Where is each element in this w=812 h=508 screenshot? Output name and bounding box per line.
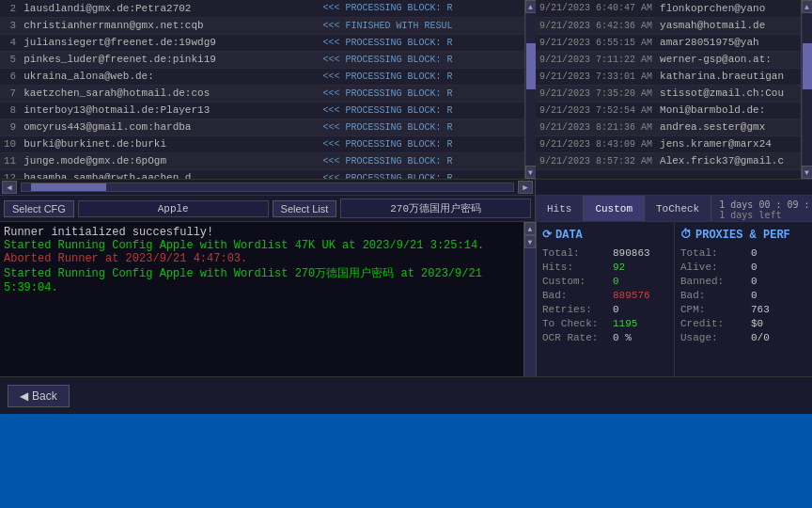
back-button[interactable]: ◀ Back (8, 385, 70, 407)
config-name-label: Apple (78, 200, 269, 217)
vscroll-thumb (526, 43, 536, 89)
row-status: <<< PROCESSING BLOCK: R (319, 85, 524, 102)
row-email: basamba.samba@rwth-aachen.d (20, 169, 319, 179)
right-data-area: ⟳ DATA Total: 890863 Hits: 92 Custom: 0 … (537, 222, 812, 376)
row-email2: Alex.frick37@gmail.c (656, 152, 801, 169)
table-row: 11 junge.mode@gmx.de:6pOgm <<< PROCESSIN… (0, 152, 524, 169)
table-row: 9/21/2023 8:21:36 AM andrea.sester@gmx (536, 119, 801, 135)
tab-tocheck[interactable]: ToCheck (645, 196, 711, 221)
proxies-panel: ⏱ PROXIES & PERF Total: 0 Alive: 0 Banne… (675, 222, 812, 376)
row-email2: katharina.braeutigan (656, 68, 801, 85)
left-hscroll[interactable]: ◀ ▶ (0, 180, 536, 195)
right-vscroll-track (803, 13, 812, 166)
proxies-row: Bad: 0 (680, 290, 806, 301)
log-line: Started Running Config Apple with Wordli… (4, 239, 520, 252)
controls-row: Select CFG Apple Select List 270万德国用户密码 … (0, 196, 812, 222)
row-id: 9 (0, 119, 20, 135)
proxies-row-label: Banned: (680, 276, 751, 287)
row-status: <<< PROCESSING BLOCK: R (319, 51, 524, 68)
table-row: 9/21/2023 7:35:20 AM stissot@zmail.ch:Co… (536, 85, 801, 102)
timer-line1: 1 days 00 : 09 : 10 (719, 199, 812, 210)
row-status: <<< PROCESSING BLOCK: R (319, 68, 524, 85)
timer-line2: 1 days left (719, 210, 812, 220)
row-status: <<< PROCESSING BLOCK: R (319, 0, 524, 17)
table-row: 9/21/2023 8:57:32 AM Alex.frick37@gmail.… (536, 152, 801, 169)
proxies-row-label: Alive: (680, 262, 751, 273)
row-date: 9/21/2023 7:52:54 AM (536, 102, 656, 119)
top-section: 2 lausdlandi@gmx.de:Petra2702 <<< PROCES… (0, 0, 812, 179)
data-row: Bad: 889576 (542, 290, 668, 301)
data-row: Hits: 92 (542, 262, 668, 273)
row-email: kaetzchen_sarah@hotmail.de:cos (20, 85, 319, 102)
right-data-table: 9/21/2023 6:40:47 AM flonkoprchen@yano 9… (536, 0, 801, 179)
right-vscroll-up[interactable]: ▲ (802, 0, 813, 13)
log-vscroll-down[interactable]: ▼ (524, 235, 536, 248)
log-vscroll-up[interactable]: ▲ (524, 222, 536, 235)
right-vscroll-down[interactable]: ▼ (802, 166, 813, 179)
row-email: juliansiegert@freenet.de:19wdg9 (20, 34, 319, 51)
table-row: 9/21/2023 7:11:22 AM werner-gsp@aon.at: (536, 51, 801, 68)
data-row-label: Custom: (542, 276, 613, 287)
proxies-row: Banned: 0 (680, 276, 806, 287)
row-email: lausdlandi@gmx.de:Petra2702 (20, 0, 319, 17)
hscroll-left-btn[interactable]: ◀ (2, 181, 17, 194)
row-email: interboy13@hotmail.de:Player13 (20, 102, 319, 119)
table-row (536, 169, 801, 179)
controls-left: Select CFG Apple Select List 270万德国用户密码 (0, 196, 536, 221)
row-email2: andrea.sester@gmx (656, 119, 801, 135)
right-vscroll[interactable]: ▲ ▼ (801, 0, 812, 179)
vscroll-track (526, 13, 536, 166)
row-date (536, 169, 656, 179)
proxies-row: Credit: $0 (680, 318, 806, 329)
row-status: <<< PROCESSING BLOCK: R (319, 34, 524, 51)
row-date: 9/21/2023 6:55:15 AM (536, 34, 656, 51)
row-status: <<< PROCESSING BLOCK: R (319, 135, 524, 152)
vscroll-down[interactable]: ▼ (525, 166, 537, 179)
table-row: 9/21/2023 6:40:47 AM flonkoprchen@yano (536, 0, 801, 17)
data-panel: ⟳ DATA Total: 890863 Hits: 92 Custom: 0 … (537, 222, 675, 376)
hscroll-right-btn[interactable]: ▶ (518, 181, 533, 194)
select-cfg-button[interactable]: Select CFG (4, 200, 74, 217)
data-row-label: Retries: (542, 304, 613, 315)
table-row: 2 lausdlandi@gmx.de:Petra2702 <<< PROCES… (0, 0, 524, 17)
timer-display: 1 days 00 : 09 : 10 1 days left (711, 196, 812, 221)
left-table: 2 lausdlandi@gmx.de:Petra2702 <<< PROCES… (0, 0, 524, 179)
bottom-bar: ◀ Back (0, 376, 812, 414)
blue-footer (0, 414, 812, 508)
left-data-table: 2 lausdlandi@gmx.de:Petra2702 <<< PROCES… (0, 0, 524, 179)
left-col: 2 lausdlandi@gmx.de:Petra2702 <<< PROCES… (0, 0, 536, 179)
hscroll-track[interactable] (21, 183, 514, 192)
row-email: omcyrus443@gmail.com:hardba (20, 119, 319, 135)
row-email2: amar28051975@yah (656, 34, 801, 51)
row-id: 7 (0, 85, 20, 102)
mid-scrollbar: ◀ ▶ (0, 179, 812, 196)
data-row-value: 890863 (613, 247, 650, 259)
data-row: Custom: 0 (542, 276, 668, 287)
proxies-row: CPM: 763 (680, 304, 806, 315)
data-row-label: Total: (542, 247, 613, 259)
row-id: 8 (0, 102, 20, 119)
proxies-row-value: $0 (751, 318, 763, 329)
proxies-row-label: Bad: (680, 290, 751, 301)
row-date: 9/21/2023 8:57:32 AM (536, 152, 656, 169)
log-vscroll[interactable]: ▲ ▼ (524, 222, 537, 376)
row-id: 2 (0, 0, 20, 17)
log-line: Aborted Runner at 2023/9/21 4:47:03. (4, 252, 520, 265)
tab-custom[interactable]: Custom (584, 196, 645, 221)
select-list-button[interactable]: Select List (273, 200, 337, 217)
row-id: 12 (0, 169, 20, 179)
vscroll-up[interactable]: ▲ (525, 0, 537, 13)
log-line: Runner initialized succesfully! (4, 226, 520, 239)
back-label: Back (32, 389, 57, 403)
data-row: Retries: 0 (542, 304, 668, 315)
proxies-panel-title: ⏱ PROXIES & PERF (680, 228, 806, 242)
row-id: 11 (0, 152, 20, 169)
data-row-label: OCR Rate: (542, 332, 613, 343)
left-vscroll[interactable]: ▲ ▼ (524, 0, 536, 179)
row-status: <<< PROCESSING BLOCK: R (319, 152, 524, 169)
data-row-value: 1195 (613, 318, 637, 329)
table-row: 9/21/2023 6:42:36 AM yasmah@hotmail.de (536, 17, 801, 34)
table-row: 9 omcyrus443@gmail.com:hardba <<< PROCES… (0, 119, 524, 135)
row-email: pinkes_luder@freenet.de:pinki19 (20, 51, 319, 68)
tab-hits[interactable]: Hits (536, 196, 584, 221)
